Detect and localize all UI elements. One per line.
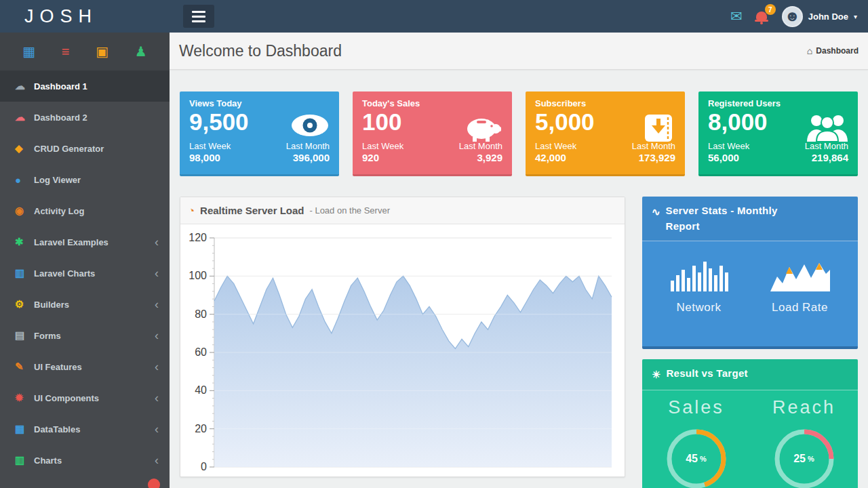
panel-title: Realtime Server Load: [200, 205, 304, 216]
sidebar-item-label: Laravel Examples: [34, 237, 155, 247]
card-month-value: 219,864: [805, 152, 848, 163]
sidebar-item-label: Laravel Charts: [34, 268, 155, 279]
user-menu[interactable]: John Doe: [782, 6, 857, 27]
sidebar-item-laravel-charts[interactable]: ▥Laravel Charts: [0, 258, 170, 289]
chevron-left-icon: [155, 329, 159, 342]
sidebar-item-dashboard-2[interactable]: ☁Dashboard 2: [0, 102, 170, 133]
notification-badge: 7: [765, 4, 776, 15]
sun-icon: [652, 367, 660, 383]
activity-log-icon: ◉: [15, 205, 34, 217]
list-icon[interactable]: ≡: [62, 44, 70, 60]
stat-card-subscribers: Subscribers5,000 Last Week42,000Last Mon…: [526, 92, 685, 176]
card-month-value: 3,929: [459, 152, 502, 163]
reach-donut-chart: 25%: [772, 426, 837, 488]
gauge-value: 45%: [664, 426, 729, 488]
sidebar-item-label: Charts: [34, 455, 155, 466]
reach-gauge: Reach 25%: [772, 390, 837, 488]
svg-text:20: 20: [195, 423, 207, 434]
network-bars-icon: [669, 258, 729, 293]
avatar: [782, 6, 803, 27]
app-logo: JOSH: [0, 0, 170, 33]
stat-card-registered-users: Registered Users8,000 Last Week56,000Las…: [698, 92, 858, 176]
sales-gauge: Sales 45%: [664, 390, 729, 488]
sidebar-item-crud-generator[interactable]: ◆CRUD Generator: [0, 133, 170, 164]
svg-text:120: 120: [189, 232, 207, 243]
sidebar-item-label: Builders: [34, 300, 155, 310]
page-title: Welcome to Dashboard: [179, 42, 342, 60]
card-footer: Last Week98,000Last Month396,000: [189, 141, 330, 163]
mail-icon[interactable]: [730, 8, 743, 24]
menu-toggle-button[interactable]: [183, 5, 214, 28]
stat-label: Network: [677, 301, 722, 314]
piggy-bank-icon: [463, 113, 502, 144]
chevron-left-icon: [155, 298, 159, 310]
panel-title: Result vs Target: [666, 366, 747, 382]
sidebar: JOSH ▦≡▣♟ ☁Dashboard 1☁Dashboard 2◆CRUD …: [0, 0, 170, 488]
sales-donut-chart: 45%: [664, 426, 729, 488]
panel-title: Server Stats - Monthly Report: [666, 203, 808, 234]
panel-subtitle: - Load on the Server: [309, 205, 390, 216]
sidebar-item-charts[interactable]: ▥Charts: [0, 445, 170, 476]
home-icon: [807, 45, 812, 56]
gauge-icon: [189, 205, 195, 216]
bell-icon: [756, 12, 767, 20]
datatables-icon: ▦: [15, 423, 34, 435]
result-vs-target-panel: Result vs Target Sales: [642, 359, 858, 488]
image-icon[interactable]: ▣: [96, 43, 108, 60]
sidebar-item-log-viewer[interactable]: ●Log Viewer: [0, 164, 170, 195]
sidebar-item-ui-components[interactable]: ✹UI Components: [0, 382, 170, 413]
panels-row: Realtime Server Load - Load on the Serve…: [180, 197, 858, 488]
card-week-label: Last Week: [708, 141, 749, 151]
sidebar-item-activity-log[interactable]: ◉Activity Log: [0, 195, 170, 226]
sidebar-item-forms[interactable]: ▤Forms: [0, 320, 170, 351]
svg-text:80: 80: [195, 308, 207, 320]
breadcrumb[interactable]: Dashboard: [807, 45, 859, 56]
menu-badge: [148, 479, 160, 488]
server-load-panel-header: Realtime Server Load - Load on the Serve…: [180, 197, 625, 224]
chevron-left-icon: [155, 454, 159, 466]
sidebar-quick-icons: ▦≡▣♟: [0, 33, 170, 70]
sidebar-item-ui-features[interactable]: ✎UI Features: [0, 351, 170, 382]
builders-icon: ⚙: [15, 298, 34, 310]
sidebar-item-datatables[interactable]: ▦DataTables: [0, 413, 170, 445]
gauge-heading: Sales: [668, 397, 724, 418]
gauge-heading: Reach: [772, 397, 835, 418]
card-week-value: 42,000: [535, 152, 576, 163]
user-icon[interactable]: ♟: [135, 43, 147, 60]
load-rate-stat: Load Rate: [769, 258, 831, 314]
crud-generator-icon: ◆: [15, 142, 34, 155]
sidebar-item-label: DataTables: [34, 424, 155, 434]
archive-download-icon: [644, 113, 675, 146]
sidebar-item-dashboard-1[interactable]: ☁Dashboard 1: [0, 70, 170, 102]
breadcrumb-label: Dashboard: [816, 46, 859, 56]
log-viewer-icon: ●: [15, 174, 34, 186]
card-week-label: Last Week: [189, 141, 231, 151]
server-load-chart: 020406080100120: [186, 227, 620, 476]
right-column: Server Stats - Monthly Report: [642, 197, 858, 488]
stat-label: Load Rate: [772, 301, 828, 314]
sidebar-item-label: UI Features: [34, 362, 155, 372]
server-stats-body: Network Load Rate: [642, 241, 858, 314]
gauges: Sales 45%: [642, 390, 858, 488]
eye-icon: [290, 113, 330, 140]
network-stat: Network: [669, 258, 729, 314]
chevron-left-icon: [155, 423, 159, 435]
ui-components-icon: ✹: [15, 392, 34, 404]
dashboard-2-icon: ☁: [15, 111, 34, 123]
sidebar-item-laravel-examples[interactable]: ✱Laravel Examples: [0, 226, 170, 258]
sidebar-item-label: Log Viewer: [34, 175, 159, 185]
sidebar-item-builders[interactable]: ⚙Builders: [0, 289, 170, 320]
grid-icon[interactable]: ▦: [22, 43, 35, 60]
caret-down-icon: [854, 13, 857, 20]
server-stats-header: Server Stats - Monthly Report: [642, 197, 858, 241]
user-name: John Doe: [808, 12, 848, 22]
card-month-value: 173,929: [632, 152, 675, 163]
charts-icon: ▥: [15, 454, 34, 466]
card-week-value: 98,000: [189, 152, 231, 163]
card-title: Today's Sales: [362, 98, 502, 108]
sidebar-item-label: Dashboard 1: [34, 81, 159, 92]
notifications-button[interactable]: 7: [756, 10, 768, 22]
chart-line-icon: [652, 205, 660, 220]
sidebar-item-label: Activity Log: [34, 206, 159, 216]
server-load-panel: Realtime Server Load - Load on the Serve…: [180, 197, 625, 477]
